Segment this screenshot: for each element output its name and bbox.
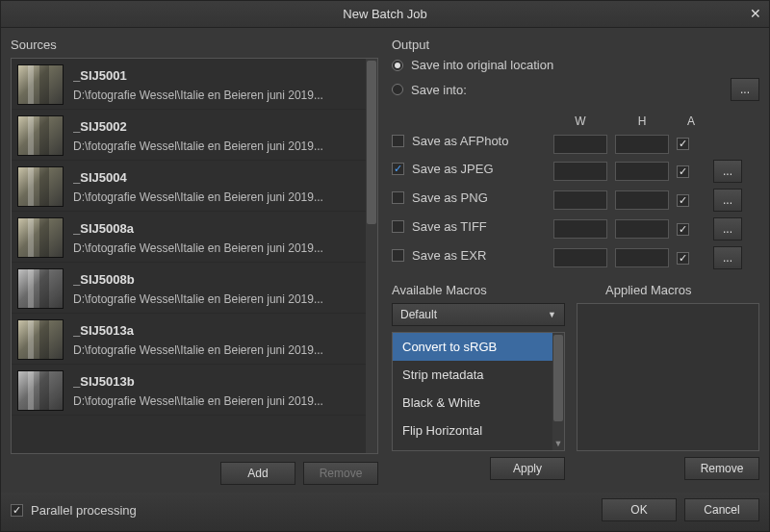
height-input[interactable] bbox=[615, 219, 669, 239]
list-item[interactable]: _SIJ5013b D:\fotografie Wessel\Italie en… bbox=[12, 365, 366, 416]
thumbnail-icon bbox=[17, 115, 64, 156]
macro-set-select[interactable]: Default ▼ bbox=[392, 303, 565, 326]
macros-row: Default ▼ Convert to sRGB Strip metadata… bbox=[392, 303, 759, 451]
ok-button[interactable]: OK bbox=[602, 498, 677, 521]
list-item[interactable]: _SIJ5001 D:\fotografie Wessel\Italie en … bbox=[12, 59, 366, 110]
width-input[interactable] bbox=[553, 162, 607, 181]
radio-icon bbox=[392, 84, 403, 95]
remove-macro-button[interactable]: Remove bbox=[684, 457, 759, 480]
save-into-radio[interactable]: Save into: bbox=[392, 83, 467, 97]
macro-item[interactable]: Black & White bbox=[393, 389, 564, 417]
height-input[interactable] bbox=[615, 190, 669, 210]
available-macros-list[interactable]: Convert to sRGB Strip metadata Black & W… bbox=[392, 332, 565, 451]
applied-macros-label: Applied Macros bbox=[605, 283, 692, 297]
width-input[interactable] bbox=[553, 135, 607, 154]
cancel-button[interactable]: Cancel bbox=[684, 498, 759, 521]
list-item[interactable]: _SIJ5008a D:\fotografie Wessel\Italie en… bbox=[12, 212, 366, 263]
dialog-title: New Batch Job bbox=[343, 7, 426, 21]
width-input[interactable] bbox=[553, 248, 607, 267]
aspect-checkbox[interactable]: ✓ bbox=[677, 252, 689, 265]
remove-source-button[interactable]: Remove bbox=[303, 462, 378, 485]
parallel-checkbox[interactable]: ✓ bbox=[11, 504, 23, 517]
radio-label: Save into: bbox=[411, 83, 467, 97]
radio-icon bbox=[392, 60, 403, 71]
parallel-label: Parallel processing bbox=[31, 503, 137, 518]
exr-options-button[interactable]: ... bbox=[713, 246, 742, 269]
width-input[interactable] bbox=[553, 219, 607, 239]
sources-panel: Sources _SIJ5001 D:\fotografie Wessel\It… bbox=[11, 38, 378, 493]
thumbnail-icon bbox=[17, 166, 64, 207]
thumbnail-icon bbox=[17, 319, 64, 360]
apply-macro-button[interactable]: Apply bbox=[490, 457, 565, 480]
output-label: Output bbox=[392, 38, 759, 52]
available-macros-label: Available Macros bbox=[392, 283, 565, 297]
checkbox-icon bbox=[392, 135, 404, 147]
file-path: D:\fotografie Wessel\Italie en Beieren j… bbox=[73, 343, 323, 357]
applied-macros-list[interactable] bbox=[577, 303, 759, 451]
aspect-checkbox[interactable]: ✓ bbox=[677, 138, 689, 150]
radio-label: Save into original location bbox=[411, 58, 553, 72]
save-afphoto-checkbox[interactable]: Save as AFPhoto bbox=[392, 134, 546, 148]
file-path: D:\fotografie Wessel\Italie en Beieren j… bbox=[73, 139, 323, 153]
format-label: Save as TIFF bbox=[412, 219, 487, 234]
jpeg-options-button[interactable]: ... bbox=[713, 160, 742, 183]
file-path: D:\fotografie Wessel\Italie en Beieren j… bbox=[73, 292, 323, 306]
file-path: D:\fotografie Wessel\Italie en Beieren j… bbox=[73, 89, 323, 102]
file-name: _SIJ5001 bbox=[73, 68, 323, 83]
macro-item[interactable]: Strip metadata bbox=[393, 361, 564, 389]
file-name: _SIJ5004 bbox=[73, 170, 323, 185]
macro-item[interactable]: Flip Horizontal bbox=[393, 417, 564, 444]
select-value: Default bbox=[400, 308, 437, 321]
file-path: D:\fotografie Wessel\Italie en Beieren j… bbox=[73, 190, 323, 204]
footer-bar: ✓ Parallel processing OK Cancel bbox=[1, 493, 769, 531]
list-item[interactable]: _SIJ5008b D:\fotografie Wessel\Italie en… bbox=[12, 263, 366, 314]
aspect-checkbox[interactable]: ✓ bbox=[677, 194, 689, 207]
scrollbar[interactable]: ▼ bbox=[552, 333, 564, 450]
sources-list[interactable]: _SIJ5001 D:\fotografie Wessel\Italie en … bbox=[11, 58, 378, 454]
width-input[interactable] bbox=[553, 190, 607, 210]
scrollbar-thumb[interactable] bbox=[367, 61, 376, 224]
save-png-checkbox[interactable]: Save as PNG bbox=[392, 190, 546, 205]
format-label: Save as PNG bbox=[412, 190, 488, 205]
thumbnail-icon bbox=[17, 268, 64, 309]
close-icon[interactable]: ✕ bbox=[750, 6, 761, 21]
add-button[interactable]: Add bbox=[220, 462, 295, 485]
file-path: D:\fotografie Wessel\Italie en Beieren j… bbox=[73, 394, 323, 408]
scroll-down-icon[interactable]: ▼ bbox=[552, 439, 564, 448]
file-name: _SIJ5008b bbox=[73, 272, 323, 287]
format-label: Save as JPEG bbox=[412, 162, 494, 176]
batch-job-dialog: New Batch Job ✕ Sources _SIJ5001 D:\foto… bbox=[0, 0, 770, 532]
aspect-checkbox[interactable]: ✓ bbox=[677, 165, 689, 178]
scrollbar-thumb[interactable] bbox=[553, 335, 563, 421]
macro-item[interactable]: Convert to sRGB bbox=[393, 333, 564, 361]
height-input[interactable] bbox=[615, 135, 669, 154]
titlebar: New Batch Job ✕ bbox=[1, 1, 769, 28]
col-a: A bbox=[677, 114, 706, 128]
thumbnail-icon bbox=[17, 217, 64, 258]
list-item[interactable]: _SIJ5004 D:\fotografie Wessel\Italie en … bbox=[12, 161, 366, 212]
save-exr-checkbox[interactable]: Save as EXR bbox=[392, 248, 546, 263]
checkbox-icon bbox=[392, 249, 404, 262]
dialog-body: Sources _SIJ5001 D:\fotografie Wessel\It… bbox=[1, 28, 769, 493]
file-name: _SIJ5002 bbox=[73, 119, 323, 134]
png-options-button[interactable]: ... bbox=[713, 189, 742, 212]
file-name: _SIJ5013b bbox=[73, 374, 323, 389]
file-path: D:\fotografie Wessel\Italie en Beieren j… bbox=[73, 241, 323, 255]
tiff-options-button[interactable]: ... bbox=[713, 217, 742, 241]
sources-label: Sources bbox=[11, 38, 378, 52]
list-item[interactable]: _SIJ5002 D:\fotografie Wessel\Italie en … bbox=[12, 110, 366, 161]
chevron-down-icon: ▼ bbox=[548, 310, 556, 319]
format-label: Save as AFPhoto bbox=[412, 134, 508, 148]
height-input[interactable] bbox=[615, 248, 669, 267]
height-input[interactable] bbox=[615, 162, 669, 181]
browse-button[interactable]: ... bbox=[731, 78, 759, 101]
scrollbar[interactable] bbox=[366, 59, 377, 453]
list-item[interactable]: _SIJ5013a D:\fotografie Wessel\Italie en… bbox=[12, 314, 366, 365]
aspect-checkbox[interactable]: ✓ bbox=[677, 223, 689, 236]
save-tiff-checkbox[interactable]: Save as TIFF bbox=[392, 219, 546, 234]
format-label: Save as EXR bbox=[412, 248, 486, 263]
formats-grid: W H A Save as AFPhoto ✓ ✓ Save as JPEG bbox=[392, 114, 759, 269]
save-original-radio[interactable]: Save into original location bbox=[392, 58, 759, 72]
checkbox-icon bbox=[392, 191, 404, 204]
save-jpeg-checkbox[interactable]: ✓ Save as JPEG bbox=[392, 162, 546, 176]
